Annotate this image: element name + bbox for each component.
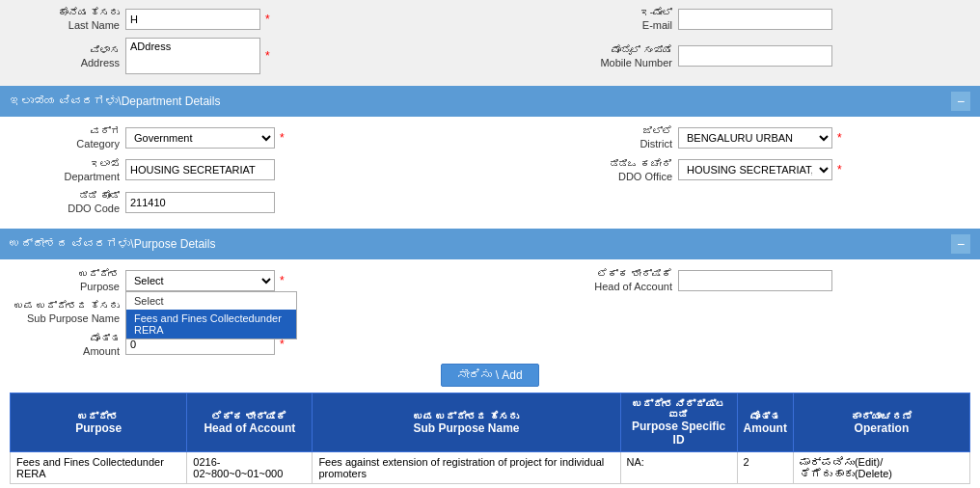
address-field-cell: ADdress * xyxy=(125,38,533,74)
mobile-input[interactable] xyxy=(678,45,832,67)
col-operation: ಕಾರ್ಯಾಚರಣೆ Operation xyxy=(793,393,969,452)
category-district-row: ವರ್ಗ Category Government * ಜಿಲ್ಲೆ Distri… xyxy=(10,124,970,150)
email-field-cell xyxy=(678,9,970,30)
add-button-row: ಸೇರಿಸು \ Add xyxy=(10,364,970,387)
mobile-field-cell xyxy=(678,45,970,67)
purpose-section-body: ಉದ್ದೇಶ Purpose Select Select Fees and Fi… xyxy=(0,259,980,488)
purpose-label: ಉದ್ದೇಶ Purpose xyxy=(10,267,125,293)
table-body: Fees and Fines Collectedunder RERA0216-0… xyxy=(11,452,970,484)
address-mobile-row: ವಿಳಾಸ Address ADdress * ಮೊಬೈಲ್ ಸಂಖ್ಯೆ Mo… xyxy=(10,38,970,74)
address-input[interactable]: ADdress xyxy=(125,38,260,74)
department-label: ಇಲಾಖೆ Department xyxy=(10,157,125,183)
hoa-group: ಲೆಕ್ಕ ಶೀರ್ಷಿಕೆ Head of Account xyxy=(562,267,970,293)
district-group: ಜಿಲ್ಲೆ District BENGALURU URBAN * xyxy=(562,124,970,150)
add-button[interactable]: ಸೇರಿಸು \ Add xyxy=(441,364,538,387)
purpose-option-select[interactable]: Select xyxy=(126,292,296,310)
name-email-row: ಕೊನೆಯ ಹೆಸರು Last Name * ಇ-ಮೇಲ್ E-mail xyxy=(10,6,970,32)
purpose-header-text: ಉದ್ದೇಶದ ವಿವರಗಳು\Purpose Details xyxy=(10,237,215,251)
hoa-field-cell xyxy=(678,270,970,291)
purpose-field-cell: Select Select Fees and Fines Collectedun… xyxy=(125,270,533,291)
email-label: ಇ-ಮೇಲ್ E-mail xyxy=(562,6,678,32)
last-name-required: * xyxy=(265,13,270,26)
mobile-group: ಮೊಬೈಲ್ ಸಂಖ್ಯೆ Mobile Number xyxy=(562,43,970,69)
purpose-dropdown-popup: Select Fees and Fines Collectedunder RER… xyxy=(125,291,297,339)
last-name-field-cell: * xyxy=(125,9,533,30)
ddo-office-field-cell: HOUSING SECRETARIAT, BANGA * xyxy=(678,159,970,180)
category-field-cell: Government * xyxy=(125,127,533,149)
amount-label: ಮೊತ್ತ Amount xyxy=(10,332,125,358)
email-group: ಇ-ಮೇಲ್ E-mail xyxy=(562,6,970,32)
ddo-code-field-cell xyxy=(125,192,970,213)
ddo-code-label: ಡಿಡಿ ಕೋಡ್ DDO Code xyxy=(10,189,125,215)
district-label: ಜಿಲ್ಲೆ District xyxy=(562,124,678,150)
hoa-label: ಲೆಕ್ಕ ಶೀರ್ಷಿಕೆ Head of Account xyxy=(562,267,678,293)
department-section-header: ಇಲಾಖೆಯ ವಿವರಗಳು\Department Details − xyxy=(0,86,980,117)
last-name-label: ಕೊನೆಯ ಹೆಸರು Last Name xyxy=(10,6,125,32)
purpose-section-header: ಉದ್ದೇಶದ ವಿವರಗಳು\Purpose Details − xyxy=(0,229,980,259)
ddo-code-row: ಡಿಡಿ ಕೋಡ್ DDO Code xyxy=(10,189,970,215)
department-field-cell xyxy=(125,159,533,180)
col-sub-purpose: ಉಪ ಉದ್ದೇಶದ ಹೆಸರು Sub Purpose Name xyxy=(313,393,620,452)
hoa-input[interactable] xyxy=(678,270,832,291)
mobile-label: ಮೊಬೈಲ್ ಸಂಖ್ಯೆ Mobile Number xyxy=(562,43,678,69)
purpose-table: ಉದ್ದೇಶ Purpose ಲೆಕ್ಕ ಶೀರ್ಷಿಕೆ Head of Ac… xyxy=(10,393,970,484)
table-row: Fees and Fines Collectedunder RERA0216-0… xyxy=(11,452,970,484)
purpose-option-fees[interactable]: Fees and Fines Collectedunder RERA xyxy=(126,310,296,339)
department-header-text: ಇಲಾಖೆಯ ವಿವರಗಳು\Department Details xyxy=(10,95,220,108)
ddo-code-input[interactable] xyxy=(125,192,275,213)
table-header-row: ಉದ್ದೇಶ Purpose ಲೆಕ್ಕ ಶೀರ್ಷಿಕೆ Head of Ac… xyxy=(11,393,970,452)
top-section: ಕೊನೆಯ ಹೆಸರು Last Name * ಇ-ಮೇಲ್ E-mail ವಿ… xyxy=(0,0,980,86)
department-ddo-row: ಇಲಾಖೆ Department ಡಿಡಿಒ ಕಚೇರಿ DDO Office … xyxy=(10,157,970,183)
last-name-input[interactable] xyxy=(125,9,260,30)
purpose-collapse-button[interactable]: − xyxy=(951,234,970,254)
purpose-hoa-row: ಉದ್ದೇಶ Purpose Select Select Fees and Fi… xyxy=(10,267,970,293)
district-field-cell: BENGALURU URBAN * xyxy=(678,127,970,149)
form-container: ಕೊನೆಯ ಹೆಸರು Last Name * ಇ-ಮೇಲ್ E-mail ವಿ… xyxy=(0,0,980,488)
ddo-office-select[interactable]: HOUSING SECRETARIAT, BANGA xyxy=(678,159,832,180)
category-label: ವರ್ಗ Category xyxy=(10,124,125,150)
purpose-dropdown-wrapper: Select Select Fees and Fines Collectedun… xyxy=(125,270,275,291)
address-required: * xyxy=(265,49,270,63)
email-input[interactable] xyxy=(678,9,832,30)
col-hoa: ಲೆಕ್ಕ ಶೀರ್ಷಿಕೆ Head of Account xyxy=(187,393,313,452)
district-select[interactable]: BENGALURU URBAN xyxy=(678,127,832,149)
ddo-office-label: ಡಿಡಿಒ ಕಚೇರಿ DDO Office xyxy=(562,157,678,183)
col-purpose-id: ಉದ್ದೇಶ ನಿರ್ದಿಷ್ಟ ಐಡಿ Purpose Specific ID xyxy=(620,393,737,452)
col-purpose: ಉದ್ದೇಶ Purpose xyxy=(11,393,187,452)
ddo-office-group: ಡಿಡಿಒ ಕಚೇರಿ DDO Office HOUSING SECRETARI… xyxy=(562,157,970,183)
department-input[interactable] xyxy=(125,159,275,180)
purpose-select[interactable]: Select xyxy=(125,270,275,291)
col-amount: ಮೊತ್ತ Amount xyxy=(737,393,793,452)
department-section-body: ವರ್ಗ Category Government * ಜಿಲ್ಲೆ Distri… xyxy=(0,117,980,229)
category-select[interactable]: Government xyxy=(125,127,275,149)
department-collapse-button[interactable]: − xyxy=(951,92,970,111)
address-label: ವಿಳಾಸ Address xyxy=(10,43,125,69)
sub-purpose-label: ಉಪ ಉದ್ದೇಶದ ಹೆಸರು Sub Purpose Name xyxy=(10,299,125,325)
